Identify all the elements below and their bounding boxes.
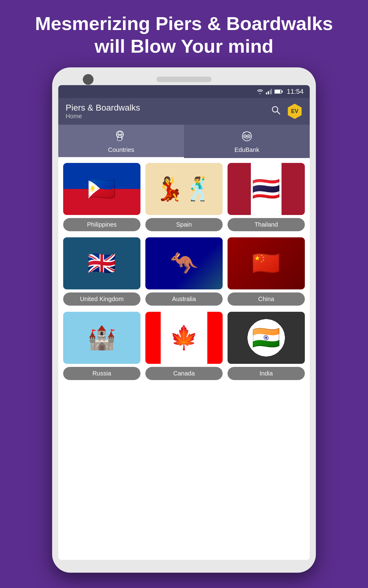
tab-countries[interactable]: Countries <box>58 125 184 158</box>
india-flag-emoji: 🇮🇳 <box>252 324 281 351</box>
russia-flag-emoji: 🏰 <box>87 324 116 351</box>
status-icons <box>257 89 283 94</box>
globe-search-icon <box>115 130 127 142</box>
country-image-india: 🇮🇳 <box>228 312 305 364</box>
phone-screen: 11:54 Piers & Boardwalks Home EV <box>58 85 310 560</box>
app-bar-actions: EV <box>271 104 302 119</box>
svg-rect-0 <box>266 92 267 94</box>
svg-rect-6 <box>282 91 283 92</box>
time-display: 11:54 <box>287 88 304 96</box>
country-card-canada[interactable]: 🍁 Canada <box>145 312 223 380</box>
country-image-uk: 🇬🇧 <box>63 237 140 289</box>
signal-icon <box>266 89 272 94</box>
camera <box>83 74 94 85</box>
svg-rect-5 <box>275 90 280 93</box>
country-card-australia[interactable]: 🦘 Australia <box>145 237 223 306</box>
search-button[interactable] <box>271 105 281 117</box>
country-image-spain: 💃🕺 <box>145 163 223 215</box>
countries-grid: 🇵🇭 Philippines 💃🕺 Spain 🇹🇭 Thai <box>58 158 310 560</box>
country-image-philippines: 🇵🇭 <box>63 163 140 215</box>
country-image-canada: 🍁 <box>145 312 223 364</box>
country-image-russia: 🏰 <box>63 312 140 364</box>
country-card-china[interactable]: 🇨🇳 China <box>228 237 305 306</box>
china-flag-emoji: 🇨🇳 <box>252 250 281 277</box>
tab-bar: Countries EduBank <box>58 125 310 158</box>
tab-countries-label: Countries <box>108 146 134 153</box>
svg-point-18 <box>244 136 246 137</box>
canada-label: Canada <box>145 367 223 380</box>
australia-flag-emoji: 🦘 <box>170 250 198 277</box>
svg-rect-3 <box>271 89 272 94</box>
uk-flag-emoji: 🇬🇧 <box>87 250 116 277</box>
svg-rect-14 <box>117 138 122 141</box>
canada-flag-emoji: 🍁 <box>170 324 198 351</box>
phone-frame: 11:54 Piers & Boardwalks Home EV <box>52 67 316 573</box>
hero-title: Mesmerizing Piers & Boardwalks will Blow… <box>0 0 368 67</box>
country-card-philippines[interactable]: 🇵🇭 Philippines <box>63 163 140 231</box>
speaker <box>156 77 212 82</box>
app-bar-title-area: Piers & Boardwalks Home <box>66 103 140 120</box>
battery-icon <box>274 89 283 94</box>
app-bar-title: Piers & Boardwalks <box>66 103 140 113</box>
spain-flag-emoji: 💃🕺 <box>155 175 213 202</box>
countries-tab-icon <box>115 130 127 145</box>
ev-badge[interactable]: EV <box>287 104 302 119</box>
status-bar: 11:54 <box>58 85 310 98</box>
australia-label: Australia <box>145 292 223 306</box>
russia-label: Russia <box>63 367 140 380</box>
country-card-uk[interactable]: 🇬🇧 United Kingdom <box>63 237 140 306</box>
svg-point-7 <box>272 107 278 112</box>
country-image-china: 🇨🇳 <box>228 237 305 289</box>
svg-line-8 <box>277 111 280 114</box>
india-label: India <box>228 367 305 380</box>
svg-point-19 <box>248 136 249 137</box>
app-bar: Piers & Boardwalks Home EV <box>58 98 310 125</box>
app-bar-subtitle: Home <box>66 113 140 120</box>
wifi-icon <box>257 89 263 94</box>
country-card-thailand[interactable]: 🇹🇭 Thailand <box>228 163 305 231</box>
tab-edubank-label: EduBank <box>234 146 259 153</box>
thailand-flag-emoji: 🇹🇭 <box>252 175 281 202</box>
svg-rect-2 <box>270 90 271 94</box>
country-card-spain[interactable]: 💃🕺 Spain <box>145 163 223 231</box>
country-card-russia[interactable]: 🏰 Russia <box>63 312 140 380</box>
country-image-thailand: 🇹🇭 <box>228 163 305 215</box>
country-card-india[interactable]: 🇮🇳 India <box>228 312 305 380</box>
uk-label: United Kingdom <box>63 292 140 306</box>
phone-top-bar <box>58 74 310 85</box>
country-image-australia: 🦘 <box>145 237 223 289</box>
thailand-label: Thailand <box>228 218 305 231</box>
philippines-label: Philippines <box>63 218 140 231</box>
spain-label: Spain <box>145 218 223 231</box>
grid-row-1: 🇵🇭 Philippines 💃🕺 Spain 🇹🇭 Thai <box>63 163 305 231</box>
search-icon <box>271 105 281 115</box>
grid-row-2: 🇬🇧 United Kingdom 🦘 Australia 🇨🇳 <box>63 237 305 306</box>
edubank-tab-icon <box>241 130 253 145</box>
tab-edubank[interactable]: EduBank <box>184 125 310 158</box>
owl-icon <box>241 130 253 142</box>
china-label: China <box>228 292 305 306</box>
philippines-flag-emoji: 🇵🇭 <box>87 175 116 202</box>
svg-rect-1 <box>268 91 269 94</box>
grid-row-3: 🏰 Russia 🍁 Canada 🇮🇳 India <box>63 312 305 380</box>
